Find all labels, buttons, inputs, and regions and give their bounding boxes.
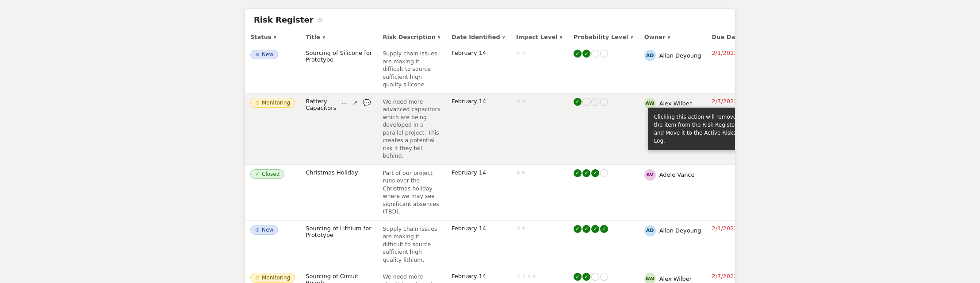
date-identified: February 14 bbox=[452, 50, 486, 56]
check-circle-icon bbox=[600, 273, 608, 281]
date-identified: February 14 bbox=[452, 225, 486, 232]
probability-level-cell: ✓ Clicking this action will remove the i… bbox=[568, 93, 639, 164]
col-header-status[interactable]: Status ∨ bbox=[245, 29, 300, 45]
status-label: New bbox=[262, 227, 273, 233]
due-date: 2/7/2022 bbox=[712, 273, 735, 279]
row-title: Battery Capacitors bbox=[306, 98, 336, 111]
due-date: 2/1/2022 bbox=[712, 225, 735, 232]
owner-cell: AW Alex Wilber bbox=[639, 268, 707, 283]
probability-level-cell: ✓✓ bbox=[568, 268, 639, 283]
risk-description: Supply chain issues are making it diffic… bbox=[383, 225, 437, 263]
date-identified-cell: February 14 bbox=[446, 220, 511, 268]
app-title: Risk Register bbox=[254, 15, 314, 24]
date-identified-cell: February 14 bbox=[446, 164, 511, 220]
status-cell: ⊕ New bbox=[245, 45, 300, 93]
favorite-star-icon[interactable]: ☆ bbox=[317, 16, 323, 24]
date-identified-cell: February 14 bbox=[446, 45, 511, 93]
col-header-impact-level[interactable]: Impact Level ∨ bbox=[511, 29, 568, 45]
lightning-icon: ⚡ bbox=[532, 273, 536, 280]
impact-level-cell: ⚡⚡ bbox=[511, 164, 568, 220]
date-identified: February 14 bbox=[452, 98, 486, 105]
risk-description: We need more advanced capacitors which a… bbox=[383, 98, 440, 159]
impact-level-cell: ⚡⚡ bbox=[511, 45, 568, 93]
due-date-cell: 2/1/2022 bbox=[706, 220, 735, 268]
row-title: Christmas Holiday bbox=[306, 169, 358, 176]
impact-level-cell: ⚡⚡ bbox=[511, 93, 568, 164]
more-options-button[interactable]: ⋯ bbox=[341, 98, 349, 108]
col-header-due-date[interactable]: Due Date ∨ bbox=[706, 29, 735, 45]
status-badge: ✓ Closed bbox=[250, 169, 284, 179]
check-circle-icon: ✓ bbox=[574, 169, 582, 177]
table-row: ✓ Closed Christmas Holiday Part of our p… bbox=[245, 164, 735, 220]
avatar: AD bbox=[644, 225, 656, 236]
title-cell: Battery Capacitors ⋯ ↗ 💬 bbox=[300, 93, 377, 164]
description-cell: Supply chain issues are making it diffic… bbox=[377, 45, 446, 93]
owner-name: Adele Vance bbox=[659, 171, 695, 178]
chevron-down-icon: ∨ bbox=[667, 35, 670, 39]
check-circle-icon bbox=[591, 50, 599, 58]
lightning-icon: ⚡ bbox=[521, 225, 526, 232]
monitoring-status-icon: ⊙ bbox=[255, 275, 260, 281]
status-cell: ⊙ Monitoring bbox=[245, 268, 300, 283]
check-circle-icon: ✓ bbox=[591, 169, 599, 177]
lightning-icon: ⚡ bbox=[521, 273, 526, 280]
check-circle-icon bbox=[591, 98, 599, 106]
table-header-row: Status ∨ Title ∨ Risk Description bbox=[245, 29, 735, 45]
table-row: ⊕ New Sourcing of Silicone for Prototype… bbox=[245, 45, 735, 93]
col-header-title[interactable]: Title ∨ bbox=[300, 29, 377, 45]
check-circle-icon bbox=[600, 98, 608, 106]
date-identified-cell: February 14 bbox=[446, 268, 511, 283]
status-badge: ⊕ New bbox=[250, 225, 278, 235]
risk-description: Supply chain issues are making it diffic… bbox=[383, 50, 437, 88]
due-date-cell bbox=[706, 164, 735, 220]
col-header-probability-level[interactable]: Probability Level ∨ bbox=[568, 29, 639, 45]
row-title: Sourcing of Lithium for Prototype bbox=[306, 225, 372, 238]
avatar: AV bbox=[644, 169, 656, 181]
owner-name: Allan Deyoung bbox=[659, 52, 701, 59]
title-cell: Sourcing of Silicone for Prototype bbox=[300, 45, 377, 93]
check-circle-icon: ✓ bbox=[582, 169, 590, 177]
table-row: ⊕ New Sourcing of Lithium for Prototype … bbox=[245, 220, 735, 268]
status-label: New bbox=[262, 51, 273, 58]
chevron-down-icon: ∨ bbox=[630, 35, 634, 39]
status-cell: ⊙ Monitoring bbox=[245, 93, 300, 164]
status-label: Monitoring bbox=[262, 275, 290, 281]
owner-name: Allan Deyoung bbox=[659, 227, 701, 234]
title-cell: Sourcing of Circuit Boards bbox=[300, 268, 377, 283]
lightning-icon: ⚡ bbox=[527, 273, 531, 280]
risk-register-table: Status ∨ Title ∨ Risk Description bbox=[245, 29, 735, 283]
chevron-down-icon: ∨ bbox=[559, 35, 563, 39]
status-badge: ⊙ Monitoring bbox=[250, 273, 295, 283]
col-header-date-identified[interactable]: Date Identified ∨ bbox=[446, 29, 511, 45]
col-header-risk-description[interactable]: Risk Description ∨ bbox=[377, 29, 446, 45]
date-identified: February 14 bbox=[452, 169, 486, 176]
owner-cell: AV Adele Vance bbox=[639, 164, 707, 220]
row-actions: ⋯ ↗ 💬 bbox=[341, 98, 372, 108]
risk-register-card: Risk Register ☆ Status ∨ Title ∨ bbox=[245, 9, 735, 283]
comment-button[interactable]: 💬 bbox=[362, 98, 372, 108]
description-cell: We need more advanced capacitors which a… bbox=[377, 93, 446, 164]
lightning-icon: ⚡ bbox=[521, 98, 526, 105]
probability-level-cell: ✓✓✓ bbox=[568, 164, 639, 220]
lightning-icon: ⚡ bbox=[516, 273, 521, 280]
owner-cell: AD Allan Deyoung bbox=[639, 45, 707, 93]
check-circle-icon bbox=[582, 98, 590, 106]
due-date: 2/1/2022 bbox=[712, 50, 735, 56]
description-cell: Supply chain issues are making it diffic… bbox=[377, 220, 446, 268]
description-cell: Part of our project runs over the Christ… bbox=[377, 164, 446, 220]
share-button[interactable]: ↗ bbox=[352, 98, 359, 108]
chevron-down-icon: ∨ bbox=[322, 35, 325, 39]
status-cell: ⊕ New bbox=[245, 220, 300, 268]
col-header-owner[interactable]: Owner ∨ bbox=[639, 29, 707, 45]
new-status-icon: ⊕ bbox=[255, 51, 260, 58]
owner-cell: AD Allan Deyoung bbox=[639, 220, 707, 268]
chevron-down-icon: ∨ bbox=[502, 35, 505, 39]
check-circle-icon: ✓ bbox=[600, 225, 608, 233]
monitoring-status-icon: ⊙ bbox=[255, 100, 260, 106]
card-header: Risk Register ☆ bbox=[245, 9, 735, 29]
status-badge: ⊕ New bbox=[250, 50, 278, 59]
title-cell: Christmas Holiday bbox=[300, 164, 377, 220]
chevron-down-icon: ∨ bbox=[437, 35, 441, 39]
row-title: Sourcing of Circuit Boards bbox=[306, 273, 372, 283]
closed-status-icon: ✓ bbox=[255, 171, 260, 177]
